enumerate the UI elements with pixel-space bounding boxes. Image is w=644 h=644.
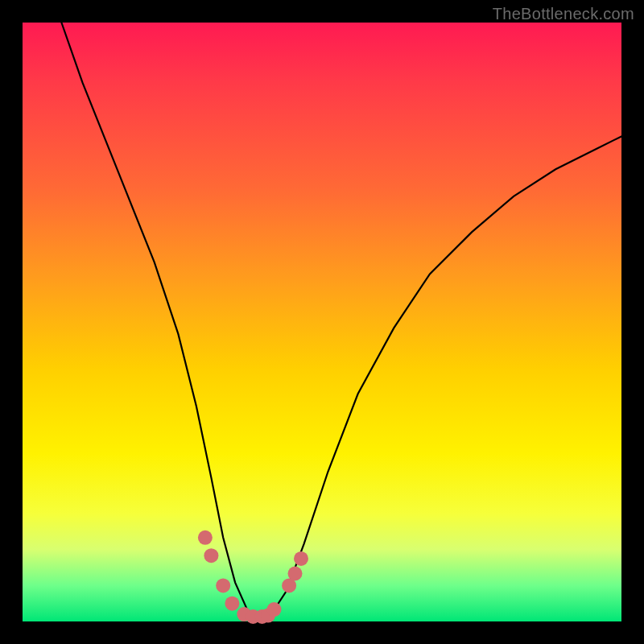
highlight-marker (216, 578, 230, 592)
highlight-marker (288, 567, 303, 581)
highlight-marker (204, 548, 218, 563)
curve-layer (23, 23, 621, 621)
plot-area (23, 23, 621, 621)
highlight-markers (198, 530, 308, 624)
highlight-marker (198, 530, 213, 545)
watermark-text: TheBottleneck.com (493, 5, 634, 23)
highlight-marker (267, 602, 282, 617)
bottleneck-curve (61, 23, 621, 618)
highlight-marker (294, 551, 308, 566)
chart-frame: TheBottleneck.com (0, 0, 644, 644)
highlight-marker (225, 597, 239, 611)
